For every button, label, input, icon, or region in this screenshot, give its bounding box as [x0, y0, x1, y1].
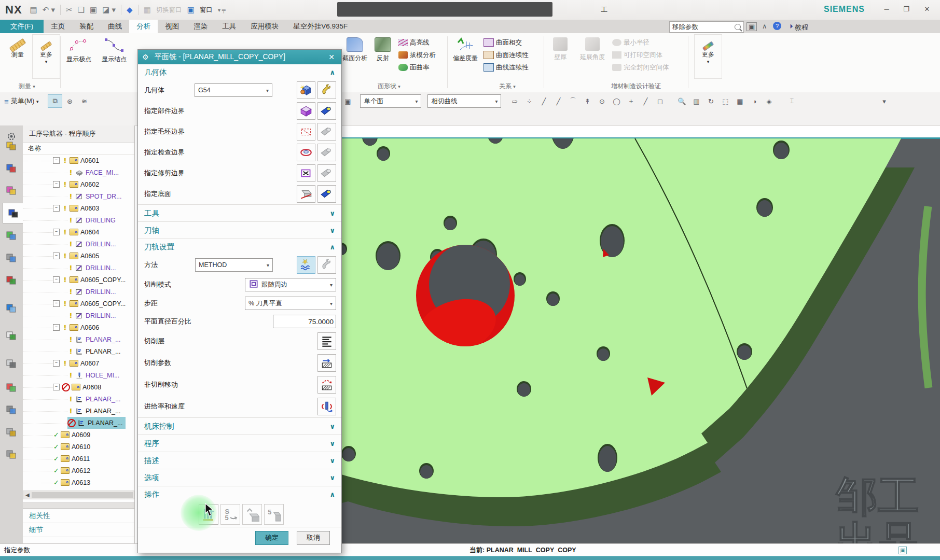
navigator-column-header[interactable]: 名称: [23, 143, 134, 155]
tab-工具[interactable]: 工具: [215, 20, 243, 33]
circle-icon[interactable]: ◯: [609, 94, 624, 108]
circle-center-icon[interactable]: ⊙: [595, 94, 609, 108]
slash-icon[interactable]: ╱: [638, 94, 653, 108]
expand-icon[interactable]: −: [53, 253, 60, 259]
expand-icon[interactable]: −: [53, 324, 60, 331]
tutorial-label[interactable]: 教程: [795, 23, 808, 32]
minimize-button[interactable]: ─: [879, 3, 894, 16]
geometry-select[interactable]: G54▾: [195, 83, 272, 97]
tab-视图[interactable]: 视图: [158, 20, 186, 33]
dependencies-section[interactable]: 相关性: [23, 509, 134, 523]
tab-渲染[interactable]: 渲染: [186, 20, 215, 33]
tab-分析[interactable]: 分析: [129, 20, 158, 33]
close-button[interactable]: ✕: [919, 3, 935, 16]
expand-icon[interactable]: −: [53, 300, 60, 307]
percent-input[interactable]: 75.0000: [273, 315, 336, 328]
tab-曲线[interactable]: 曲线: [101, 20, 129, 33]
section-header-机床控制[interactable]: 机床控制∨: [138, 417, 341, 435]
select-part-button[interactable]: [297, 102, 315, 120]
datum-csys-icon[interactable]: ⌶: [784, 94, 799, 108]
machine-tool-icon[interactable]: [3, 248, 20, 268]
new-method-button[interactable]: [297, 256, 315, 274]
copy-icon[interactable]: ❏: [78, 5, 85, 15]
scatter-icon[interactable]: ⁘: [522, 94, 536, 108]
scroll-left-icon[interactable]: ◀: [23, 492, 32, 498]
tree-row-A0605_COPY_[interactable]: −!A0605_COPY...: [23, 298, 134, 310]
tree-row-PLANAR__[interactable]: !PLANAR_...: [23, 345, 134, 357]
tree-row-A0606[interactable]: −!A0606: [23, 321, 134, 333]
tab-星空外挂V6.935F[interactable]: 星空外挂V6.935F: [286, 20, 355, 33]
refresh-icon[interactable]: ↻: [703, 94, 718, 108]
actions-section-header[interactable]: 操作∧: [138, 486, 341, 502]
help-icon[interactable]: ?: [773, 22, 781, 30]
window-icon[interactable]: ▣: [187, 5, 195, 15]
part-hole[interactable]: [738, 345, 751, 360]
cancel-button[interactable]: 取消: [297, 531, 330, 545]
deviation-gauge-button[interactable]: 偏差度量: [450, 34, 480, 78]
tab-主页[interactable]: 主页: [44, 20, 72, 33]
full-screen-icon[interactable]: ▣: [747, 22, 757, 31]
html-report-icon[interactable]: [3, 326, 20, 345]
minimize-ribbon-icon[interactable]: ∧: [762, 22, 767, 30]
tree-row-PLANAR__[interactable]: !PLANAR_...: [23, 333, 134, 345]
plus-icon[interactable]: ＋: [624, 94, 638, 108]
paste-icon[interactable]: ▣: [90, 5, 97, 15]
axis-icon[interactable]: ↟: [580, 94, 595, 108]
arrow-icon[interactable]: ⇨: [507, 94, 522, 108]
tree-row-DRILLIN_[interactable]: !DRILLIN...: [23, 310, 134, 321]
highlight-lines-item[interactable]: 高亮线: [398, 36, 436, 49]
link-ops-icon[interactable]: ⧉: [48, 94, 62, 108]
shade-mode-icon[interactable]: ◑: [747, 94, 762, 108]
surface-intersection-item[interactable]: 曲面相交: [483, 36, 529, 49]
tool-section-header[interactable]: 工具∨: [138, 204, 341, 221]
tree-row-PLANAR__[interactable]: !PLANAR_...: [23, 393, 134, 405]
tree-row-DRILLIN_[interactable]: !DRILLIN...: [23, 286, 134, 298]
edit-geometry-button[interactable]: [317, 81, 336, 99]
tree-row-A0602[interactable]: −!A0602: [23, 178, 134, 190]
tree-row-DRILLIN_[interactable]: !DRILLIN...: [23, 238, 134, 250]
selection-scope-select[interactable]: 单个面▾: [360, 94, 421, 108]
section-header-描述[interactable]: 描述∨: [138, 452, 341, 469]
stepover-select[interactable]: % 刀具平直▾: [245, 297, 336, 310]
切削参数-button[interactable]: [317, 354, 336, 372]
part-hole[interactable]: [378, 148, 389, 161]
details-section[interactable]: 细节: [23, 523, 134, 537]
switch-window-label[interactable]: 切换窗口: [156, 6, 182, 15]
window-menu[interactable]: 窗口: [200, 6, 213, 15]
sync-ops-icon[interactable]: ⊛: [62, 94, 77, 108]
measure-group-label[interactable]: 测量 ▾: [19, 82, 35, 91]
expand-icon[interactable]: −: [53, 157, 60, 164]
geometry-section-header[interactable]: 几何体∧: [138, 64, 341, 80]
appearance-icon[interactable]: ◈: [762, 94, 776, 108]
path-settings-section-header[interactable]: 刀轨设置∧: [138, 239, 341, 255]
face-curvature-item[interactable]: 面曲率: [398, 61, 436, 74]
toolbar-overflow-icon[interactable]: ▾: [877, 94, 891, 108]
templates-icon[interactable]: [3, 270, 20, 290]
tree-row-A0610[interactable]: ✓A0610: [23, 441, 134, 453]
select-floor-button[interactable]: [297, 185, 315, 203]
line2-icon[interactable]: ╱: [551, 94, 565, 108]
part-hole[interactable]: [377, 243, 399, 270]
expand-icon[interactable]: −: [53, 360, 60, 367]
tree-row-A0607[interactable]: −!A0607: [23, 357, 134, 369]
part-hole[interactable]: [420, 465, 433, 479]
render-image-icon[interactable]: ▥: [689, 94, 703, 108]
visualization-icon[interactable]: [3, 377, 20, 397]
tree-hscrollbar[interactable]: ◀: [23, 491, 134, 499]
measure-button[interactable]: 测量: [4, 34, 31, 78]
curve-continuity-item[interactable]: 曲线连续性: [483, 61, 529, 74]
select-checkb-button[interactable]: [297, 144, 315, 161]
tree-row-A0613[interactable]: ✓A0613: [23, 477, 134, 488]
statusbar-window-icon[interactable]: ▣: [898, 547, 907, 554]
expand-icon[interactable]: −: [53, 181, 60, 188]
tree-row-A0603[interactable]: −!A0603: [23, 202, 134, 214]
assembly-navigator-icon[interactable]: [3, 136, 20, 156]
touch-mode-icon[interactable]: ◆: [127, 5, 133, 15]
非切削移动-button[interactable]: [317, 376, 336, 394]
tree-row-A0608[interactable]: −A0608: [23, 381, 134, 393]
tree-row-A0612[interactable]: ✓A0612: [23, 465, 134, 477]
cube-view-icon[interactable]: ⬚: [718, 94, 732, 108]
expand-icon[interactable]: −: [53, 205, 60, 212]
select-blank-button[interactable]: [297, 123, 315, 141]
surface-continuity-item[interactable]: 曲面连续性: [483, 49, 529, 61]
